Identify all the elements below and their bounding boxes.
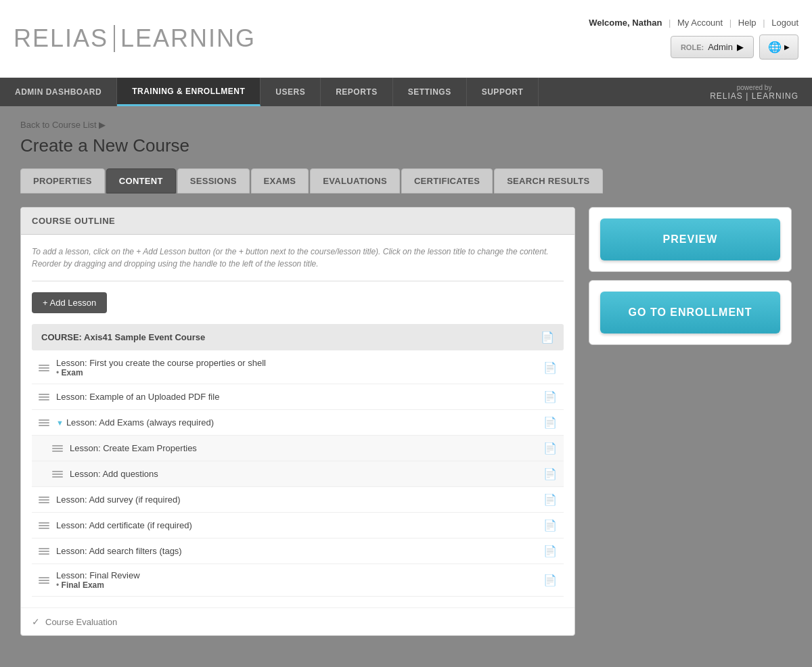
drag-handle[interactable] xyxy=(39,419,51,426)
lesson-sub: • Exam xyxy=(56,368,538,377)
lesson-text[interactable]: Lesson: Create Exam Properties xyxy=(70,443,538,453)
lesson-text[interactable]: Lesson: Example of an Uploaded PDF file xyxy=(56,392,538,402)
course-title-row: COURSE: Axis41 Sample Event Course 📄 xyxy=(32,324,564,350)
nav-training-enrollment[interactable]: TRAINING & ENROLLMENT xyxy=(117,78,261,106)
lesson-row: Lesson: First you create the course prop… xyxy=(32,352,564,384)
enrollment-card: GO TO ENROLLMENT xyxy=(589,280,792,345)
drag-handle[interactable] xyxy=(39,394,51,400)
lesson-doc-icon[interactable]: 📄 xyxy=(543,545,557,557)
lesson-text[interactable]: ▼Lesson: Add Exams (always required) xyxy=(56,417,538,428)
preview-button[interactable]: PREVIEW xyxy=(600,218,780,260)
lesson-doc-icon[interactable]: 📄 xyxy=(543,442,557,455)
chevron-icon: ▶ xyxy=(784,43,790,51)
logo-text-learning: LEARNING xyxy=(120,24,256,53)
logout-link[interactable]: Logout xyxy=(771,18,798,28)
drag-handle[interactable] xyxy=(52,445,64,452)
lesson-text[interactable]: Lesson: Final Review • Final Exam xyxy=(56,570,538,590)
drag-handle[interactable] xyxy=(39,577,51,584)
sidebar: PREVIEW GO TO ENROLLMENT xyxy=(589,207,792,345)
lesson-text[interactable]: Lesson: Add search filters (tags) xyxy=(56,546,538,556)
check-icon: ✓ xyxy=(32,616,40,627)
lesson-title: Lesson: Final Review xyxy=(56,570,538,580)
powered-by-text: powered by xyxy=(710,84,798,91)
drag-handle[interactable] xyxy=(39,365,51,371)
lesson-doc-icon[interactable]: 📄 xyxy=(543,390,557,403)
lesson-text[interactable]: Lesson: Add survey (if required) xyxy=(56,495,538,505)
logo-divider xyxy=(114,25,115,52)
nav-support[interactable]: SUPPORT xyxy=(467,78,539,106)
nav-settings[interactable]: SETTINGS xyxy=(393,78,467,106)
tab-exams[interactable]: EXAMS xyxy=(251,168,309,193)
course-outline-panel: COURSE OUTLINE To add a lesson, click on… xyxy=(20,207,575,636)
lesson-doc-icon[interactable]: 📄 xyxy=(543,416,557,429)
expand-icon[interactable]: ▼ xyxy=(56,419,64,427)
page-title: Create a New Course xyxy=(20,135,792,156)
lesson-doc-icon[interactable]: 📄 xyxy=(543,519,557,532)
drag-handle[interactable] xyxy=(39,548,51,555)
header-top-links: Welcome, Nathan | My Account | Help | Lo… xyxy=(589,18,798,28)
help-link[interactable]: Help xyxy=(738,18,757,28)
lesson-sub: • Final Exam xyxy=(56,580,538,590)
preview-card: PREVIEW xyxy=(589,207,792,272)
nav-reports[interactable]: REPORTS xyxy=(321,78,393,106)
logo: RELIAS LEARNING xyxy=(14,24,256,53)
nav-users[interactable]: USERS xyxy=(261,78,321,106)
drag-handle[interactable] xyxy=(52,471,64,478)
header: RELIAS LEARNING Welcome, Nathan | My Acc… xyxy=(0,0,812,78)
course-doc-icon[interactable]: 📄 xyxy=(541,331,554,344)
lesson-row: ▼Lesson: Add Exams (always required) 📄 xyxy=(32,410,564,436)
tab-certificates[interactable]: CERTIFICATES xyxy=(401,168,493,193)
role-value: Admin xyxy=(708,42,733,52)
breadcrumb[interactable]: Back to Course List ▶ xyxy=(20,120,792,130)
lesson-row: Lesson: Add questions 📄 xyxy=(32,461,564,487)
lesson-doc-icon[interactable]: 📄 xyxy=(543,467,557,480)
globe-button[interactable]: 🌐 ▶ xyxy=(759,34,798,60)
content-area: Back to Course List ▶ Create a New Cours… xyxy=(0,106,812,667)
header-right: Welcome, Nathan | My Account | Help | Lo… xyxy=(589,18,798,60)
nav-powered-by: powered by RELIAS | LEARNING xyxy=(696,78,812,106)
instruction-text: To add a lesson, click on the + Add Less… xyxy=(32,246,564,281)
powered-by-logo: RELIAS | LEARNING xyxy=(710,91,798,101)
course-panel-body: To add a lesson, click on the + Add Less… xyxy=(21,235,574,607)
lesson-row: Lesson: Add search filters (tags) 📄 xyxy=(32,538,564,564)
lesson-row: Lesson: Example of an Uploaded PDF file … xyxy=(32,384,564,410)
tab-search-results[interactable]: SEARCH RESULTS xyxy=(494,168,602,193)
drag-handle[interactable] xyxy=(39,522,51,529)
lesson-text[interactable]: Lesson: First you create the course prop… xyxy=(56,358,538,377)
nav-admin-dashboard[interactable]: ADMIN DASHBOARD xyxy=(0,78,117,106)
lesson-title: Lesson: First you create the course prop… xyxy=(56,358,538,368)
chevron-icon: ▶ xyxy=(737,42,744,52)
lesson-doc-icon[interactable]: 📄 xyxy=(543,361,557,374)
lesson-text[interactable]: Lesson: Add questions xyxy=(70,469,538,479)
course-outline-header: COURSE OUTLINE xyxy=(21,208,574,235)
tab-properties[interactable]: PROPERTIES xyxy=(20,168,105,193)
welcome-text: Welcome, Nathan xyxy=(589,18,662,28)
role-label: ROLE: xyxy=(681,43,704,51)
tab-evaluations[interactable]: EVALUATIONS xyxy=(310,168,400,193)
logo-text-relias: RELIAS xyxy=(14,24,108,53)
course-evaluation-row: ✓ Course Evaluation xyxy=(21,607,574,635)
lesson-doc-icon[interactable]: 📄 xyxy=(543,493,557,506)
role-button[interactable]: ROLE: Admin ▶ xyxy=(671,36,754,58)
lesson-row: Lesson: Add survey (if required) 📄 xyxy=(32,487,564,513)
main-nav: ADMIN DASHBOARD TRAINING & ENROLLMENT US… xyxy=(0,78,812,106)
lesson-text[interactable]: Lesson: Add certificate (if required) xyxy=(56,520,538,530)
globe-icon: 🌐 xyxy=(768,41,782,53)
my-account-link[interactable]: My Account xyxy=(677,18,723,28)
evaluation-text: Course Evaluation xyxy=(45,617,117,627)
tabs: PROPERTIES CONTENT SESSIONS EXAMS EVALUA… xyxy=(20,168,792,193)
go-to-enrollment-button[interactable]: GO TO ENROLLMENT xyxy=(600,292,780,334)
add-lesson-button[interactable]: + Add Lesson xyxy=(32,292,107,313)
tab-content[interactable]: CONTENT xyxy=(106,168,176,193)
main-layout: COURSE OUTLINE To add a lesson, click on… xyxy=(20,207,792,636)
lesson-doc-icon[interactable]: 📄 xyxy=(543,574,557,586)
tab-sessions[interactable]: SESSIONS xyxy=(177,168,250,193)
lesson-row: Lesson: Add certificate (if required) 📄 xyxy=(32,513,564,538)
header-controls: ROLE: Admin ▶ 🌐 ▶ xyxy=(671,34,798,60)
lesson-row: Lesson: Final Review • Final Exam 📄 xyxy=(32,564,564,597)
drag-handle[interactable] xyxy=(39,497,51,503)
lesson-row: Lesson: Create Exam Properties 📄 xyxy=(32,436,564,461)
course-title-text: COURSE: Axis41 Sample Event Course xyxy=(41,332,205,342)
